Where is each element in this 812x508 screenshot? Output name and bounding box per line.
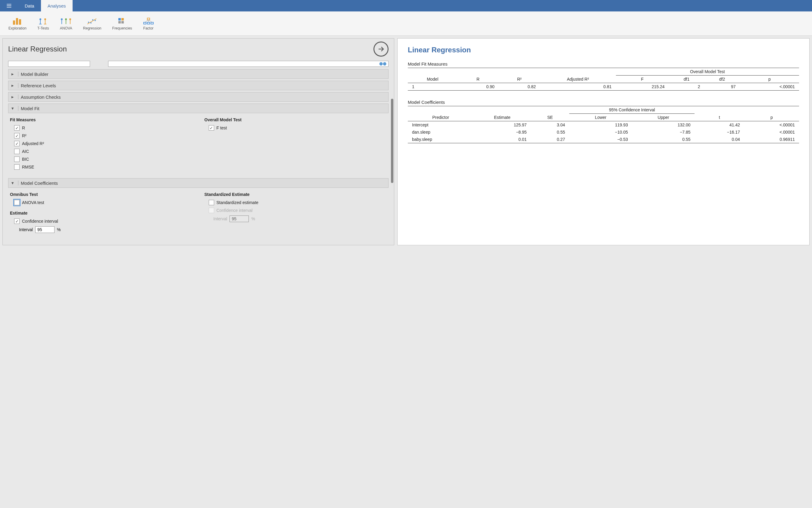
section-model-builder[interactable]: ▸ Model Builder xyxy=(8,69,389,79)
section-assumption-checks[interactable]: ▸ Assumption Checks xyxy=(8,92,389,102)
ribbon-toolbar: Exploration T-Tests ANOVA Regression Fre… xyxy=(0,11,812,36)
svg-point-14 xyxy=(69,18,71,20)
cell: −16.17 xyxy=(695,128,744,136)
interval-label: Interval xyxy=(19,227,33,232)
cell: 0.90 xyxy=(457,83,499,91)
table-row: Intercept 125.97 3.04 119.93 132.00 41.4… xyxy=(408,121,799,129)
ribbon-factor[interactable]: Factor xyxy=(138,15,159,32)
col-model: Model xyxy=(408,76,457,83)
cell: 0.04 xyxy=(695,136,744,143)
checkbox-label: ANOVA test xyxy=(22,200,44,205)
table-row: baby.sleep 0.01 0.27 −0.53 0.55 0.04 0.9… xyxy=(408,136,799,143)
cell: <.00001 xyxy=(744,121,799,129)
cell: 125.97 xyxy=(473,121,531,129)
chevron-down-icon: ▾ xyxy=(11,105,16,111)
svg-rect-3 xyxy=(13,20,15,25)
col-f: F xyxy=(616,76,669,83)
ribbon-label: T-Tests xyxy=(37,26,49,30)
coefficients-table: 95% Confidence Interval Predictor Estima… xyxy=(408,106,799,143)
hamburger-menu-icon[interactable] xyxy=(0,0,18,11)
cell: <.00001 xyxy=(740,83,799,91)
cell: −10.05 xyxy=(569,128,632,136)
cell: dan.sleep xyxy=(408,128,473,136)
cell: 0.27 xyxy=(531,136,569,143)
ribbon-exploration[interactable]: Exploration xyxy=(3,15,32,32)
tab-analyses[interactable]: Analyses xyxy=(41,0,73,11)
svg-rect-25 xyxy=(118,21,121,24)
options-title: Linear Regression xyxy=(8,45,67,53)
col-p: p xyxy=(744,114,799,121)
list-badge-icon: ⬤⬤ xyxy=(379,62,386,66)
ribbon-anova[interactable]: ANOVA xyxy=(54,15,78,32)
svg-point-19 xyxy=(88,22,89,23)
ttests-icon xyxy=(38,16,48,26)
checkbox-confidence-interval[interactable] xyxy=(14,218,20,224)
group-overall-model-test: Overall Model Test xyxy=(204,117,387,122)
checkbox-ftest[interactable] xyxy=(209,125,214,131)
ribbon-regression[interactable]: Regression xyxy=(78,15,107,32)
checkbox-label: RMSE xyxy=(22,165,34,169)
cell: 1 xyxy=(408,83,457,91)
cell: 215.24 xyxy=(616,83,669,91)
checkbox-label: F test xyxy=(217,126,227,130)
chevron-right-icon: ▸ xyxy=(11,83,16,88)
collapse-options-button[interactable] xyxy=(374,42,389,56)
ribbon-label: Regression xyxy=(83,26,102,30)
checkbox-bic[interactable] xyxy=(14,157,20,162)
svg-rect-4 xyxy=(16,18,18,25)
percent-label: % xyxy=(57,227,61,232)
col-df1: df1 xyxy=(669,76,704,83)
col-predictor: Predictor xyxy=(408,114,473,121)
std-interval-input xyxy=(230,215,249,222)
variable-target-list[interactable]: ⬤⬤ xyxy=(108,61,389,67)
checkbox-r2[interactable] xyxy=(14,133,20,138)
col-t: t xyxy=(695,114,744,121)
scrollbar[interactable] xyxy=(391,99,393,183)
checkbox-label: R² xyxy=(22,133,27,138)
svg-point-20 xyxy=(90,22,91,24)
interval-label: Interval xyxy=(214,216,227,221)
cell: 132.00 xyxy=(632,121,695,129)
col-upper: Upper xyxy=(632,114,695,121)
svg-point-13 xyxy=(65,18,67,20)
ribbon-label: Exploration xyxy=(8,26,27,30)
checkbox-anova-test[interactable] xyxy=(14,200,20,205)
ribbon-ttests[interactable]: T-Tests xyxy=(32,15,54,32)
section-model-fit[interactable]: ▾ Model Fit xyxy=(8,103,389,113)
col-lower: Lower xyxy=(569,114,632,121)
table-title-model-fit: Model Fit Measures xyxy=(408,61,799,67)
ribbon-frequencies[interactable]: Frequencies xyxy=(107,15,138,32)
checkbox-aic[interactable] xyxy=(14,149,20,154)
checkbox-label: Confidence interval xyxy=(22,219,58,224)
options-panel: Linear Regression ⬤⬤ ▸ Model Builder ▸ R… xyxy=(2,38,394,245)
section-label: Model Coefficients xyxy=(21,180,58,186)
cell: −7.85 xyxy=(632,128,695,136)
svg-point-22 xyxy=(94,20,96,21)
svg-point-7 xyxy=(44,18,46,20)
checkbox-rmse[interactable] xyxy=(14,164,20,170)
section-reference-levels[interactable]: ▸ Reference Levels xyxy=(8,81,389,90)
chevron-down-icon: ▾ xyxy=(11,180,16,186)
svg-rect-23 xyxy=(118,18,121,20)
spanner-confidence-interval: 95% Confidence Interval xyxy=(569,106,695,114)
variable-source-list[interactable] xyxy=(8,61,90,67)
col-r2: R² xyxy=(499,76,540,83)
checkbox-r[interactable] xyxy=(14,125,20,131)
section-label: Reference Levels xyxy=(21,83,56,88)
exploration-icon xyxy=(12,16,23,26)
svg-rect-24 xyxy=(121,18,124,20)
section-label: Model Fit xyxy=(21,106,39,111)
cell: 0.55 xyxy=(632,136,695,143)
checkbox-label: AIC xyxy=(22,149,29,154)
tab-data[interactable]: Data xyxy=(18,0,41,11)
col-se: SE xyxy=(531,114,569,121)
percent-label: % xyxy=(251,216,255,221)
model-fit-table: Overall Model Test Model R R² Adjusted R… xyxy=(408,68,799,91)
svg-rect-27 xyxy=(147,18,150,20)
checkbox-standardized-estimate[interactable] xyxy=(209,200,214,205)
svg-rect-29 xyxy=(147,22,150,24)
interval-input[interactable] xyxy=(35,226,54,233)
checkbox-adj-r2[interactable] xyxy=(14,141,20,146)
section-model-coefficients[interactable]: ▾ Model Coefficients xyxy=(8,178,389,188)
group-standardized-estimate: Standardized Estimate xyxy=(204,192,387,197)
